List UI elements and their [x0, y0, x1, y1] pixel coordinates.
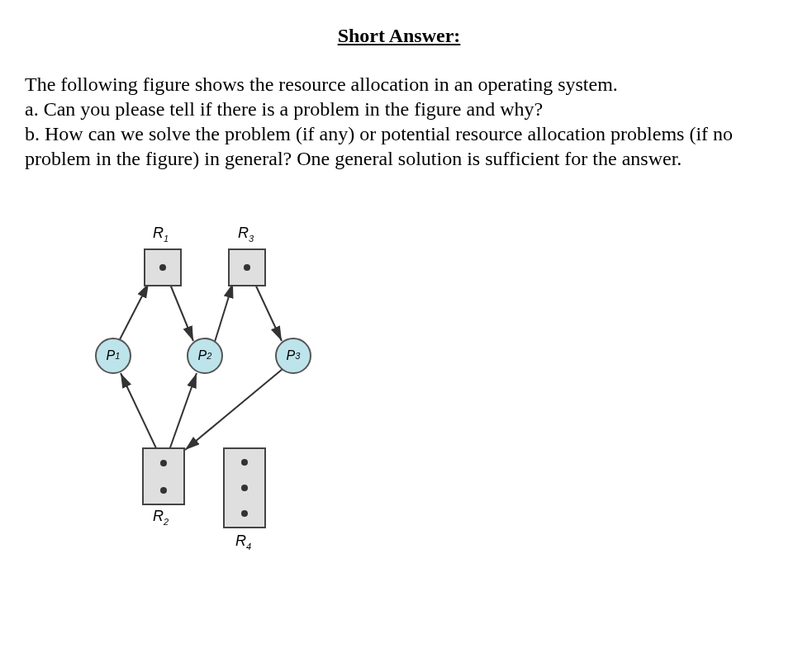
section-title: Short Answer: — [25, 25, 773, 47]
resource-R2-label: R2 — [153, 508, 169, 527]
svg-line-4 — [121, 373, 157, 450]
svg-line-0 — [117, 283, 149, 344]
instance-dot — [241, 459, 248, 466]
instance-dot — [160, 487, 167, 494]
svg-line-6 — [185, 369, 283, 450]
resource-R3 — [228, 248, 266, 286]
process-P1: P1 — [95, 338, 131, 374]
instance-dot — [160, 460, 167, 466]
resource-R4 — [223, 447, 266, 528]
resource-R1 — [144, 248, 182, 286]
question-part-b: b. How can we solve the problem (if any)… — [25, 121, 773, 171]
svg-line-2 — [215, 283, 233, 342]
instance-dot — [241, 485, 248, 491]
process-P3: P3 — [275, 338, 311, 374]
instance-dot — [159, 264, 166, 271]
question-block: The following figure shows the resource … — [25, 72, 773, 171]
resource-R2 — [142, 447, 185, 505]
instance-dot — [241, 510, 248, 517]
question-part-a: a. Can you please tell if there is a pro… — [25, 97, 773, 121]
svg-line-5 — [169, 373, 197, 450]
resource-R1-label: R1 — [153, 225, 169, 244]
graph-edges — [74, 220, 363, 575]
process-P2: P2 — [187, 338, 223, 374]
resource-R4-label: R4 — [235, 532, 251, 551]
instance-dot — [244, 264, 250, 271]
question-intro: The following figure shows the resource … — [25, 72, 773, 97]
resource-allocation-graph: R1 R3 P1 P2 P3 R2 R4 — [74, 220, 363, 575]
resource-R3-label: R3 — [238, 225, 254, 244]
